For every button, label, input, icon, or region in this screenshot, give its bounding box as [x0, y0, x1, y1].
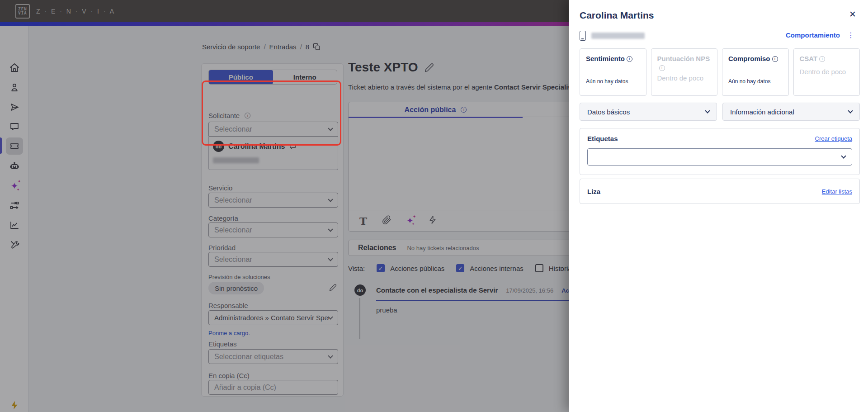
info-icon[interactable]: i [819, 56, 825, 62]
tags-section: Etiquetas Crear etiqueta [580, 128, 860, 175]
metric-card-csat: CSATi Dentro de poco [793, 48, 860, 96]
metric-value: Aún no hay datos [586, 78, 628, 85]
info-icon[interactable]: i [627, 56, 632, 62]
accordion-label: Información adicional [730, 108, 794, 116]
tags-select[interactable] [587, 148, 852, 166]
metric-card-compromiso: Compromisoi Aún no hay datos [722, 48, 789, 96]
chevron-down-icon [848, 108, 853, 113]
metric-value: Dentro de poco [657, 74, 704, 82]
edit-lists-link[interactable]: Editar listas [822, 188, 852, 195]
contact-phone-row [580, 31, 645, 41]
create-tag-link[interactable]: Crear etiqueta [815, 135, 852, 142]
app-root: ZEN VIA Z · E · N · V · I · A ✦✦✦ [0, 0, 868, 412]
accordion-datos-basicos[interactable]: Datos básicos [580, 103, 717, 121]
metric-title: CSAT [800, 55, 818, 62]
dim-overlay [0, 0, 569, 412]
metric-card-nps: Puntuación NPSi Dentro de poco [651, 48, 718, 96]
chevron-down-icon [705, 108, 710, 113]
metric-value: Dentro de poco [800, 68, 846, 76]
kebab-menu-icon[interactable]: ⋮ [847, 31, 854, 39]
info-icon[interactable]: i [659, 65, 665, 71]
metric-card-sentimiento: Sentimientoi Aún no hay datos [580, 48, 646, 96]
metric-title: Puntuación NPS [657, 55, 710, 62]
info-icon[interactable]: i [772, 56, 778, 62]
redacted-phone-number [591, 33, 645, 39]
contact-metrics-row: Sentimientoi Aún no hay datos Puntuación… [580, 48, 860, 96]
metric-title: Compromiso [728, 55, 770, 62]
accordion-informacion-adicional[interactable]: Información adicional [722, 103, 860, 121]
lists-section: Liza Editar listas [580, 179, 860, 204]
behavior-actions: Comportamiento ⋮ [786, 31, 854, 39]
comportamiento-link[interactable]: Comportamiento [786, 31, 840, 39]
contact-detail-panel: Carolina Martins ✕ Comportamiento ⋮ Sent… [569, 0, 868, 412]
mobile-phone-icon [580, 31, 586, 41]
annotation-red-box [202, 81, 341, 146]
lists-title: Liza [587, 188, 600, 195]
tags-title: Etiquetas [587, 135, 618, 142]
metric-value: Aún no hay datos [728, 78, 770, 85]
accordion-label: Datos básicos [587, 108, 630, 116]
metric-title: Sentimiento [586, 55, 625, 62]
contact-panel-title: Carolina Martins [580, 10, 654, 21]
close-icon[interactable]: ✕ [849, 10, 856, 19]
chevron-down-icon [841, 153, 846, 158]
